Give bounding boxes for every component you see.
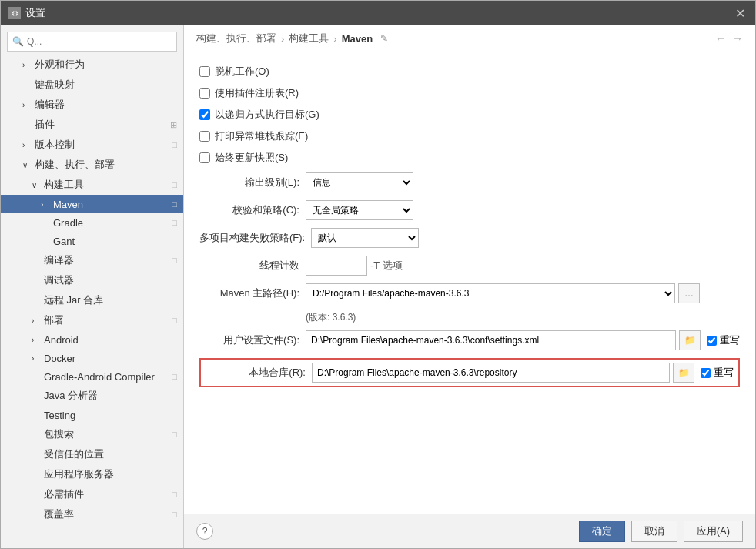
checkbox-plugin-registry[interactable] xyxy=(199,88,210,99)
version-hint: (版本: 3.6.3) xyxy=(306,311,740,324)
user-settings-control: 📁 重写 xyxy=(306,330,740,350)
maven-home-row: Maven 主路径(H): D:/Program Files/apache-ma… xyxy=(199,283,740,303)
local-repo-input[interactable] xyxy=(312,363,670,383)
checkbox-print-stack-row: 打印异常堆栈跟踪(E) xyxy=(199,129,740,143)
checkbox-always-update-row: 始终更新快照(S) xyxy=(199,151,740,165)
sidebar-item-label: Docker xyxy=(44,353,177,364)
search-box[interactable]: 🔍 xyxy=(7,32,177,52)
checkbox-print-stack[interactable] xyxy=(199,131,210,142)
sidebar-item-app-servers[interactable]: 应用程序服务器 xyxy=(1,464,183,484)
local-repo-rewrite-checkbox[interactable] xyxy=(701,368,711,378)
sidebar-item-coverage[interactable]: 覆盖率 □ xyxy=(1,504,183,524)
nav-back-icon[interactable]: ← xyxy=(715,32,726,45)
sidebar-item-appearance[interactable]: › 外观和行为 xyxy=(1,55,183,75)
sidebar-item-remote-jar[interactable]: 远程 Jar 合库 xyxy=(1,290,183,310)
checkbox-recursive-label[interactable]: 以递归方式执行目标(G) xyxy=(215,108,319,122)
sidebar-item-label: 必需插件 xyxy=(44,487,172,501)
cancel-button[interactable]: 取消 xyxy=(631,521,677,542)
sidebar-item-label: 覆盖率 xyxy=(44,507,172,521)
sidebar-item-android[interactable]: › Android xyxy=(1,330,183,349)
bottom-bar: ? 确定 取消 应用(A) xyxy=(184,514,755,548)
close-button[interactable]: ✕ xyxy=(732,6,748,21)
settings-icon: ⚙ xyxy=(8,7,21,19)
sidebar-item-gradle-android[interactable]: Gradle-Android Compiler □ xyxy=(1,367,183,386)
indicator-icon: □ xyxy=(172,490,177,499)
breadcrumb-edit-icon: ✎ xyxy=(380,33,388,44)
sidebar-item-package-search[interactable]: 包搜索 □ xyxy=(1,424,183,444)
sidebar-item-plugins[interactable]: 插件 ⊞ xyxy=(1,115,183,135)
user-settings-row: 用户设置文件(S): 📁 重写 xyxy=(199,330,740,350)
output-level-control: 信息 调试 警告 错误 xyxy=(306,172,740,192)
checkbox-plugin-registry-label[interactable]: 使用插件注册表(R) xyxy=(215,86,299,100)
sidebar-item-gant[interactable]: Gant xyxy=(1,232,183,250)
right-panel: 构建、执行、部署 › 构建工具 › Maven ✎ ← → 脱机工作(O) xyxy=(184,25,755,548)
dialog-title: 设置 xyxy=(25,6,45,20)
checksum-policy-row: 校验和策略(C): 无全局策略 宽松 严格 xyxy=(199,200,740,220)
arrow-icon: › xyxy=(41,200,50,209)
indicator-icon: □ xyxy=(172,430,177,439)
checksum-policy-control: 无全局策略 宽松 严格 xyxy=(306,200,740,220)
sidebar-item-build[interactable]: ∨ 构建、执行、部署 xyxy=(1,155,183,175)
indicator-icon: □ xyxy=(172,180,177,189)
sidebar-item-java-analyzer[interactable]: Java 分析器 xyxy=(1,386,183,406)
checkbox-offline-label[interactable]: 脱机工作(O) xyxy=(215,65,269,79)
maven-home-select[interactable]: D:/Program Files/apache-maven-3.6.3 xyxy=(306,283,675,303)
indicator-icon: □ xyxy=(172,510,177,519)
sidebar-item-maven[interactable]: › Maven □ xyxy=(1,195,183,213)
indicator-icon: □ xyxy=(172,256,177,265)
output-level-select[interactable]: 信息 调试 警告 错误 xyxy=(306,172,413,192)
local-repo-rewrite: 重写 xyxy=(701,366,734,380)
thread-count-control: -T 选项 xyxy=(306,256,740,276)
settings-body: 脱机工作(O) 使用插件注册表(R) 以递归方式执行目标(G) 打印异常堆栈跟踪… xyxy=(184,52,755,514)
local-repo-rewrite-label[interactable]: 重写 xyxy=(714,366,734,380)
search-icon: 🔍 xyxy=(12,36,24,47)
local-repo-browse-button[interactable]: 📁 xyxy=(673,363,694,383)
user-settings-input[interactable] xyxy=(306,330,676,350)
maven-home-label: Maven 主路径(H): xyxy=(199,286,299,300)
checkbox-plugin-registry-row: 使用插件注册表(R) xyxy=(199,86,740,100)
checkbox-print-stack-label[interactable]: 打印异常堆栈跟踪(E) xyxy=(215,129,308,143)
apply-button[interactable]: 应用(A) xyxy=(684,521,743,542)
sidebar-item-label: 应用程序服务器 xyxy=(44,467,177,481)
local-repo-control: 📁 重写 xyxy=(312,363,734,383)
checksum-policy-select[interactable]: 无全局策略 宽松 严格 xyxy=(306,200,413,220)
sidebar-item-compiler[interactable]: 编译器 □ xyxy=(1,250,183,270)
user-settings-rewrite-label[interactable]: 重写 xyxy=(720,333,740,347)
checkbox-always-update-label[interactable]: 始终更新快照(S) xyxy=(215,151,288,165)
output-level-label: 输出级别(L): xyxy=(199,176,299,189)
user-settings-label: 用户设置文件(S): xyxy=(199,333,299,347)
sidebar-item-docker[interactable]: › Docker xyxy=(1,349,183,367)
sidebar-item-required-plugins[interactable]: 必需插件 □ xyxy=(1,484,183,504)
title-bar-left: ⚙ 设置 xyxy=(8,6,45,20)
sidebar-item-editor[interactable]: › 编辑器 xyxy=(1,95,183,115)
breadcrumb-sep-2: › xyxy=(333,33,336,45)
user-settings-rewrite-checkbox[interactable] xyxy=(707,336,717,346)
sidebar-item-build-tools[interactable]: ∨ 构建工具 □ xyxy=(1,175,183,195)
checkbox-recursive[interactable] xyxy=(199,109,210,120)
checkbox-offline[interactable] xyxy=(199,66,210,77)
thread-count-label: 线程计数 xyxy=(199,259,299,273)
sidebar-item-gradle[interactable]: Gradle □ xyxy=(1,213,183,232)
sidebar-item-testing[interactable]: Testing xyxy=(1,406,183,424)
sidebar-item-trusted[interactable]: 受信任的位置 xyxy=(1,444,183,464)
help-button[interactable]: ? xyxy=(196,523,213,540)
arrow-icon: › xyxy=(22,141,32,149)
checkbox-always-update[interactable] xyxy=(199,152,210,163)
multiproject-policy-select[interactable]: 默认 失败最快 失败结尾 永不失败 xyxy=(311,228,419,248)
sidebar-item-label: Testing xyxy=(44,410,177,421)
thread-count-input[interactable] xyxy=(306,256,367,276)
sidebar-item-debugger[interactable]: 调试器 xyxy=(1,270,183,290)
sidebar-item-keymap[interactable]: 键盘映射 xyxy=(1,75,183,95)
ok-button[interactable]: 确定 xyxy=(579,521,625,542)
breadcrumb-current: Maven xyxy=(342,33,373,45)
sidebar-item-vcs[interactable]: › 版本控制 □ xyxy=(1,135,183,155)
checksum-policy-label: 校验和策略(C): xyxy=(199,203,299,217)
sidebar-item-label: 构建工具 xyxy=(44,178,172,192)
search-input[interactable] xyxy=(27,36,172,47)
nav-forward-icon[interactable]: → xyxy=(732,32,743,45)
breadcrumb-sep-1: › xyxy=(281,33,284,45)
sidebar-item-label: 编译器 xyxy=(44,253,172,267)
user-settings-browse-button[interactable]: 📁 xyxy=(679,330,701,350)
maven-home-browse-button[interactable]: … xyxy=(678,283,700,303)
sidebar-item-deployment[interactable]: › 部署 □ xyxy=(1,310,183,330)
